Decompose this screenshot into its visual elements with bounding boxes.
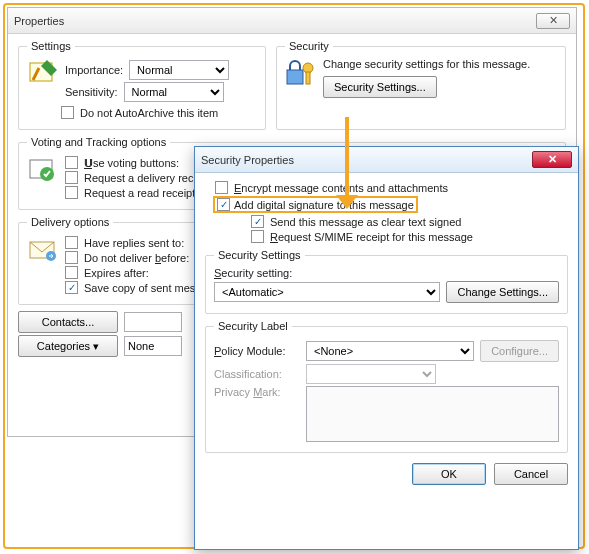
req-delivery-label: Request a delivery rece — [84, 172, 200, 184]
not-before-label: Do not deliver before: — [84, 252, 189, 264]
sensitivity-label: Sensitivity: — [65, 86, 118, 98]
sign-highlight: Add digital signature to this message — [213, 196, 418, 213]
encrypt-label: Encrypt message contents and attachments — [234, 182, 448, 194]
sec-titlebar: Security Properties ✕ — [195, 147, 578, 173]
privacy-textarea — [306, 386, 559, 442]
vote-icon — [27, 154, 59, 186]
contacts-button[interactable]: Contacts... — [18, 311, 118, 333]
have-replies-checkbox[interactable] — [65, 236, 78, 249]
svg-rect-3 — [306, 72, 310, 84]
smime-label: Request S/MIME receipt for this message — [270, 231, 473, 243]
settings-group: Settings Importance: Normal Sensitivity: — [18, 40, 266, 130]
security-properties-window: Security Properties ✕ Encrypt message co… — [194, 146, 579, 550]
have-replies-label: Have replies sent to: — [84, 237, 184, 249]
classification-label: Classification: — [214, 368, 300, 380]
security-group: Security Change security settings for th… — [276, 40, 566, 130]
cleartext-checkbox[interactable] — [251, 215, 264, 228]
cleartext-label: Send this message as clear text signed — [270, 216, 461, 228]
delivery-legend: Delivery options — [27, 216, 113, 228]
lock-key-icon — [285, 58, 317, 90]
sign-label: Add digital signature to this message — [234, 199, 414, 211]
categories-button[interactable]: Categories ▾ — [18, 335, 118, 357]
encrypt-checkbox[interactable] — [215, 181, 228, 194]
settings-icon — [27, 58, 59, 90]
sec-close-button[interactable]: ✕ — [532, 151, 572, 168]
sec-settings-group: Security Settings Security setting: <Aut… — [205, 249, 568, 314]
policy-select[interactable]: <None> — [306, 341, 474, 361]
sec-setting-select[interactable]: <Automatic> — [214, 282, 440, 302]
settings-legend: Settings — [27, 40, 75, 52]
expires-checkbox[interactable] — [65, 266, 78, 279]
security-legend: Security — [285, 40, 333, 52]
cancel-button[interactable]: Cancel — [494, 463, 568, 485]
save-copy-label: Save copy of sent mes — [84, 282, 195, 294]
importance-label: Importance: — [65, 64, 123, 76]
window-title: Properties — [14, 15, 536, 27]
req-read-label: Request a read receipt — [84, 187, 195, 199]
ok-button[interactable]: OK — [412, 463, 486, 485]
classification-select — [306, 364, 436, 384]
req-read-checkbox[interactable] — [65, 186, 78, 199]
sec-setting-label: Security setting: — [214, 267, 559, 279]
contacts-field[interactable] — [124, 312, 182, 332]
smime-checkbox[interactable] — [251, 230, 264, 243]
sensitivity-select[interactable]: Normal — [124, 82, 224, 102]
security-settings-button[interactable]: Security Settings... — [323, 76, 437, 98]
autoarchive-label: Do not AutoArchive this item — [80, 107, 218, 119]
sec-window-title: Security Properties — [201, 154, 532, 166]
sign-checkbox[interactable] — [217, 198, 230, 211]
use-voting-label: UUse voting buttons: — [84, 157, 179, 169]
sec-settings-legend: Security Settings — [214, 249, 305, 261]
use-voting-checkbox[interactable] — [65, 156, 78, 169]
categories-field[interactable] — [124, 336, 182, 356]
callout-arrow-head — [336, 195, 358, 209]
security-desc: Change security settings for this messag… — [323, 58, 530, 70]
policy-label: Policy Module: — [214, 345, 300, 357]
sec-label-group: Security Label Policy Module: <None> Con… — [205, 320, 568, 453]
sec-label-legend: Security Label — [214, 320, 292, 332]
privacy-label: Privacy Mark: — [214, 386, 300, 398]
importance-select[interactable]: Normal — [129, 60, 229, 80]
close-button[interactable]: ✕ — [536, 13, 570, 29]
envelope-icon — [27, 234, 59, 266]
voting-legend: Voting and Tracking options — [27, 136, 170, 148]
callout-arrow — [345, 117, 349, 199]
expires-label: Expires after: — [84, 267, 149, 279]
change-settings-button[interactable]: Change Settings... — [446, 281, 559, 303]
configure-button: Configure... — [480, 340, 559, 362]
svg-rect-1 — [287, 70, 303, 84]
autoarchive-checkbox[interactable] — [61, 106, 74, 119]
req-delivery-checkbox[interactable] — [65, 171, 78, 184]
not-before-checkbox[interactable] — [65, 251, 78, 264]
save-copy-checkbox[interactable] — [65, 281, 78, 294]
titlebar: Properties ✕ — [8, 8, 576, 34]
